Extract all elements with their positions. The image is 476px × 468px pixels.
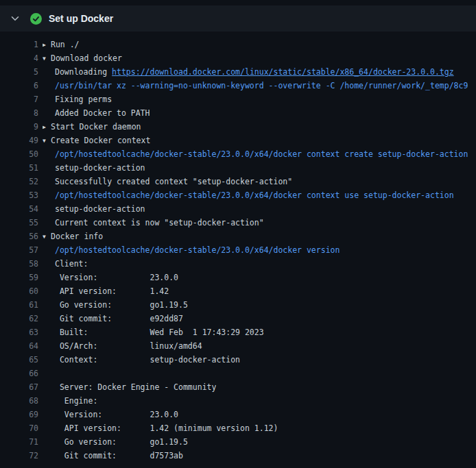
- line-content: ▶Run ./: [43, 38, 80, 51]
- log-text: Start Docker daemon: [51, 122, 141, 132]
- line-number[interactable]: 56: [0, 230, 38, 243]
- log-text: Create Docker context: [51, 136, 150, 145]
- line-content: Git commit: d7573ab: [43, 449, 183, 463]
- log-text: Docker info: [51, 232, 103, 241]
- line-number[interactable]: 8: [0, 106, 38, 120]
- line-content: Engine:: [43, 394, 97, 408]
- log-text: Go version: go1.19.5: [55, 437, 188, 447]
- log-group-line[interactable]: 4▼Download docker: [0, 51, 476, 65]
- log-text: /opt/hostedtoolcache/docker-stable/23.0.…: [55, 245, 340, 255]
- log-group-line[interactable]: 49▼Create Docker context: [0, 134, 476, 147]
- line-number[interactable]: 62: [0, 312, 38, 325]
- log-line: 71 Go version: go1.19.5: [0, 435, 476, 449]
- log-text: /usr/bin/tar xz --warning=no-unknown-key…: [55, 81, 468, 90]
- line-number[interactable]: 54: [0, 202, 38, 216]
- log-line: 52Successfully created context "setup-do…: [0, 175, 476, 188]
- line-number[interactable]: 60: [0, 284, 38, 298]
- line-number[interactable]: 52: [0, 175, 38, 188]
- triangle-down-icon[interactable]: ▼: [43, 230, 51, 243]
- line-number[interactable]: 50: [0, 147, 38, 161]
- log-line: 6/usr/bin/tar xz --warning=no-unknown-ke…: [0, 79, 476, 93]
- line-number[interactable]: 69: [0, 408, 38, 421]
- log-text: Client:: [55, 259, 88, 269]
- triangle-down-icon[interactable]: ▼: [43, 134, 51, 147]
- log-group-line[interactable]: 1▶Run ./: [0, 38, 476, 51]
- log-text: OS/Arch: linux/amd64: [55, 341, 202, 351]
- log-text: setup-docker-action: [55, 163, 145, 173]
- line-number[interactable]: 68: [0, 394, 38, 408]
- line-number[interactable]: 49: [0, 134, 38, 147]
- line-content: Built: Wed Feb 1 17:43:29 2023: [43, 325, 264, 339]
- line-number[interactable]: 4: [0, 51, 38, 65]
- log-text: Download docker: [51, 53, 122, 63]
- log-line: 68 Engine:: [0, 394, 476, 408]
- line-number[interactable]: 67: [0, 380, 38, 394]
- log-text: Git commit: e92dd87: [55, 314, 183, 323]
- log-text: Context: setup-docker-action: [55, 355, 240, 365]
- line-number[interactable]: 72: [0, 449, 38, 463]
- log-line: 60 API version: 1.42: [0, 284, 476, 298]
- line-content: setup-docker-action: [43, 161, 145, 175]
- line-number[interactable]: 7: [0, 93, 38, 106]
- log-line: 66: [0, 367, 476, 380]
- line-content: Version: 23.0.0: [43, 271, 178, 284]
- log-link[interactable]: https://download.docker.com/linux/static…: [112, 67, 454, 77]
- log-text: Server: Docker Engine - Community: [55, 382, 216, 392]
- line-number[interactable]: 58: [0, 257, 38, 271]
- log-text: API version: 1.42: [55, 286, 169, 296]
- line-number[interactable]: 71: [0, 435, 38, 449]
- triangle-right-icon[interactable]: ▶: [43, 38, 51, 51]
- line-number[interactable]: 53: [0, 188, 38, 202]
- log-line: 8Added Docker to PATH: [0, 106, 476, 120]
- line-number[interactable]: 64: [0, 339, 38, 353]
- line-number[interactable]: 6: [0, 79, 38, 93]
- log-text: Run ./: [51, 40, 80, 49]
- log-line: 65 Context: setup-docker-action: [0, 353, 476, 367]
- log-text: /opt/hostedtoolcache/docker-stable/23.0.…: [55, 190, 454, 200]
- line-content: /usr/bin/tar xz --warning=no-unknown-key…: [43, 79, 468, 93]
- line-content: Added Docker to PATH: [43, 106, 150, 120]
- line-number[interactable]: 61: [0, 298, 38, 312]
- log-line: 69 Version: 23.0.0: [0, 408, 476, 421]
- step-title: Set up Docker: [49, 13, 113, 24]
- line-number[interactable]: 5: [0, 65, 38, 79]
- line-content: [43, 367, 55, 380]
- line-number[interactable]: 55: [0, 216, 38, 230]
- line-number[interactable]: 63: [0, 325, 38, 339]
- line-number[interactable]: 1: [0, 38, 38, 51]
- log-line: 7Fixing perms: [0, 93, 476, 106]
- log-group-line[interactable]: 56▼Docker info: [0, 230, 476, 243]
- log-line: 67 Server: Docker Engine - Community: [0, 380, 476, 394]
- line-content: Context: setup-docker-action: [43, 353, 240, 367]
- log-text: Version: 23.0.0: [55, 273, 178, 282]
- log-text: Version: 23.0.0: [55, 410, 178, 419]
- line-number[interactable]: 51: [0, 161, 38, 175]
- line-number[interactable]: 57: [0, 243, 38, 257]
- step-header[interactable]: Set up Docker: [0, 5, 476, 32]
- triangle-right-icon[interactable]: ▶: [43, 121, 51, 134]
- log-line: 57/opt/hostedtoolcache/docker-stable/23.…: [0, 243, 476, 257]
- log-text: Downloading: [55, 67, 112, 77]
- line-number[interactable]: 65: [0, 353, 38, 367]
- log-text: Git commit: d7573ab: [55, 451, 183, 460]
- log-line: 70 API version: 1.42 (minimum version 1.…: [0, 421, 476, 435]
- line-number[interactable]: 70: [0, 421, 38, 435]
- line-content: API version: 1.42 (minimum version 1.12): [43, 421, 278, 435]
- log-line: 59 Version: 23.0.0: [0, 271, 476, 284]
- triangle-down-icon[interactable]: ▼: [43, 52, 51, 65]
- line-number[interactable]: 59: [0, 271, 38, 284]
- line-content: ▼Create Docker context: [43, 134, 150, 147]
- chevron-down-icon[interactable]: [10, 13, 21, 24]
- line-content: Successfully created context "setup-dock…: [43, 175, 292, 188]
- log-line: 53/opt/hostedtoolcache/docker-stable/23.…: [0, 188, 476, 202]
- log-text: Current context is now "setup-docker-act…: [55, 218, 264, 227]
- line-number[interactable]: 66: [0, 367, 38, 380]
- log-group-line[interactable]: 9▶Start Docker daemon: [0, 120, 476, 134]
- log-area: 1▶Run ./4▼Download docker5Downloading ht…: [0, 32, 476, 463]
- line-number[interactable]: 9: [0, 120, 38, 134]
- log-text: API version: 1.42 (minimum version 1.12): [55, 423, 278, 433]
- log-text: Built: Wed Feb 1 17:43:29 2023: [55, 328, 264, 337]
- log-line: 54setup-docker-action: [0, 202, 476, 216]
- log-line: 63 Built: Wed Feb 1 17:43:29 2023: [0, 325, 476, 339]
- line-content: /opt/hostedtoolcache/docker-stable/23.0.…: [43, 243, 340, 257]
